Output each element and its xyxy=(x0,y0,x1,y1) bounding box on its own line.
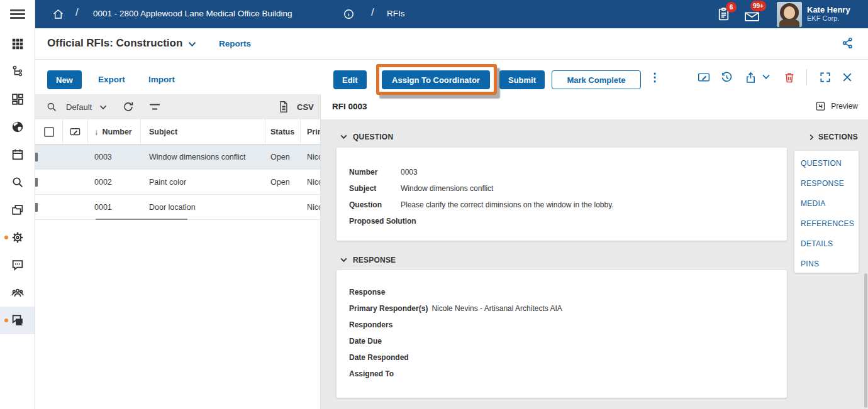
breadcrumb-separator: / xyxy=(371,6,374,19)
row-checkbox[interactable] xyxy=(35,178,38,187)
assign-to-coordinator-button[interactable]: Assign To Coordinator xyxy=(382,70,490,89)
sidebar-item-directory[interactable] xyxy=(0,279,35,307)
sections-nav-question[interactable]: QUESTION xyxy=(794,153,859,173)
breadcrumb-project[interactable]: 0001 - 2800 Applewood Lane Medical Offic… xyxy=(93,9,292,18)
globe-icon xyxy=(11,120,25,134)
field-label: Number xyxy=(349,164,401,180)
question-section-heading[interactable]: QUESTION xyxy=(340,133,393,141)
detail-header: RFI 0003 Preview xyxy=(321,94,868,119)
sidebar-item-comments[interactable] xyxy=(0,251,35,279)
column-header-status[interactable]: Status xyxy=(265,119,301,144)
row-checkbox[interactable] xyxy=(35,203,38,212)
scrollbar-thumb[interactable] xyxy=(864,273,867,408)
filter-icon[interactable] xyxy=(149,104,160,111)
tasks-badge: 6 xyxy=(726,2,737,13)
sections-nav-pins[interactable]: PINS xyxy=(794,254,859,274)
response-section-heading[interactable]: RESPONSE xyxy=(340,256,396,264)
hamburger-menu-icon[interactable] xyxy=(10,9,25,19)
field-label: Primary Responder(s) xyxy=(349,300,431,317)
expand-icon[interactable] xyxy=(819,71,832,84)
refresh-icon[interactable] xyxy=(122,101,135,113)
csv-label[interactable]: CSV xyxy=(297,102,314,112)
notification-dot xyxy=(4,236,8,239)
row-checkbox[interactable] xyxy=(35,153,38,161)
action-toolbar: New Export Import Edit Assign To Coordin… xyxy=(35,60,868,94)
user-info[interactable]: Kate Henry EKF Corp. xyxy=(807,5,850,23)
table-row[interactable]: 0002 Paint color Open Nico xyxy=(35,170,320,195)
sections-toggle[interactable]: SECTIONS xyxy=(810,133,858,141)
column-header-primary[interactable]: Prim xyxy=(301,119,320,144)
view-selector[interactable]: Default xyxy=(66,102,92,112)
gear-icon xyxy=(11,231,25,244)
history-icon[interactable] xyxy=(720,71,733,84)
share-icon[interactable] xyxy=(841,36,854,50)
csv-file-icon[interactable] xyxy=(278,101,289,113)
annotation-icon[interactable] xyxy=(697,71,711,84)
select-all-checkbox[interactable] xyxy=(44,127,54,137)
sidebar-item-settings[interactable] xyxy=(0,224,35,251)
apps-grid-icon xyxy=(11,37,25,51)
field-label: Subject xyxy=(349,180,401,197)
table-row[interactable]: 0003 Window dimensions conflict Open Nic… xyxy=(35,145,320,170)
sections-nav-references[interactable]: REFERENCES xyxy=(794,214,859,234)
calendar-icon xyxy=(11,148,25,161)
sidebar-item-rfis[interactable] xyxy=(0,307,35,334)
preview-button[interactable]: Preview xyxy=(815,101,858,112)
divider xyxy=(806,69,807,85)
top-navigation-bar: / 0001 - 2800 Applewood Lane Medical Off… xyxy=(35,0,868,28)
field-value xyxy=(401,284,774,300)
field-label: Response xyxy=(349,284,401,300)
sidebar-item-workflow[interactable] xyxy=(0,58,35,85)
left-nav-rail xyxy=(0,0,35,409)
column-header-subject[interactable]: Subject xyxy=(141,119,265,144)
rfi-status: Open xyxy=(265,178,301,187)
submit-button[interactable]: Submit xyxy=(499,70,545,89)
home-icon[interactable] xyxy=(52,8,65,21)
export-share-icon[interactable] xyxy=(744,71,757,84)
reports-link[interactable]: Reports xyxy=(219,39,251,48)
delete-icon[interactable] xyxy=(783,71,796,84)
sidebar-item-search[interactable] xyxy=(0,168,35,196)
field-value xyxy=(401,333,774,349)
import-link[interactable]: Import xyxy=(148,75,175,84)
search-icon[interactable] xyxy=(46,101,57,112)
sections-nav-response[interactable]: RESPONSE xyxy=(794,173,859,194)
mark-complete-button[interactable]: Mark Complete xyxy=(552,70,641,89)
export-link[interactable]: Export xyxy=(98,75,125,84)
table-row[interactable]: 0001 Door location Nico xyxy=(35,195,320,220)
rfi-list-panel: Default CSV ↓Number Subject Status Prim … xyxy=(35,94,321,409)
new-button[interactable]: New xyxy=(47,70,82,89)
chevron-down-icon[interactable] xyxy=(99,105,107,110)
field-value xyxy=(401,317,774,333)
preview-icon xyxy=(815,101,826,112)
column-header-number[interactable]: ↓Number xyxy=(88,119,141,144)
field-value xyxy=(420,213,774,229)
info-icon[interactable] xyxy=(343,8,355,20)
chevron-down-icon[interactable] xyxy=(762,74,771,80)
rfi-number: 0002 xyxy=(88,178,141,187)
rfi-status: Open xyxy=(265,153,301,161)
user-org: EKF Corp. xyxy=(807,14,850,23)
rfi-detail-title: RFI 0003 xyxy=(332,102,367,111)
folders-icon xyxy=(11,203,25,217)
edit-button[interactable]: Edit xyxy=(333,70,367,89)
sidebar-item-calendar[interactable] xyxy=(0,141,35,168)
chevron-down-icon[interactable] xyxy=(188,41,196,47)
preview-label: Preview xyxy=(831,102,858,111)
field-value: Nicole Nevins - Artisanal Architects AIA xyxy=(431,300,774,317)
sections-nav-details[interactable]: DETAILS xyxy=(794,234,859,254)
sidebar-item-apps[interactable] xyxy=(0,30,35,58)
user-avatar[interactable] xyxy=(777,2,802,27)
people-icon xyxy=(11,286,25,300)
sidebar-item-documents[interactable] xyxy=(0,196,35,224)
sidebar-item-map[interactable] xyxy=(0,113,35,141)
sidebar-item-dashboard[interactable] xyxy=(0,85,35,113)
response-card: Response Primary Responder(s)Nicole Nevi… xyxy=(337,270,787,398)
field-label: Question xyxy=(349,197,401,213)
close-icon[interactable] xyxy=(841,71,854,84)
forum-icon xyxy=(11,314,25,327)
page-header: Official RFIs: Construction Reports xyxy=(35,28,868,60)
sections-nav-media[interactable]: MEDIA xyxy=(794,194,859,214)
more-options-icon[interactable]: ⋮ xyxy=(649,71,660,84)
detail-body: QUESTION SECTIONS Number0003 SubjectWind… xyxy=(321,119,868,409)
